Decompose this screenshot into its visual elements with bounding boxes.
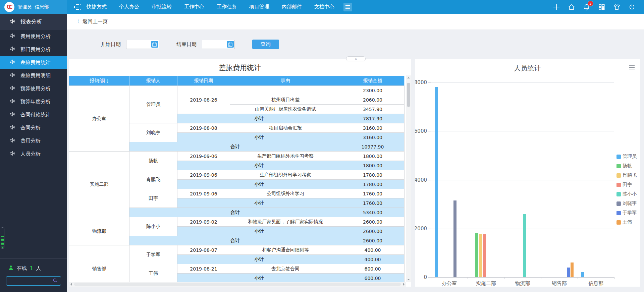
scrollbar-thumb[interactable] <box>74 283 401 286</box>
nav-item-7[interactable]: 文档中心 <box>314 4 334 10</box>
table-cell: 项目启动会汇报 <box>230 123 341 133</box>
sidebar-item-3[interactable]: 差旅费用明细 <box>0 69 67 82</box>
chart-bar <box>571 262 574 277</box>
legend-item[interactable]: 田宇 <box>616 182 637 188</box>
sidebar-search <box>6 276 61 286</box>
table-cell: 山海关船厂厨房洗衣设备调试 <box>230 105 341 114</box>
table-cell: 和客户沟通合同细则等 <box>230 245 341 255</box>
sidebar-item-5[interactable]: 预算年度分析 <box>0 95 67 108</box>
power-icon[interactable] <box>628 3 636 11</box>
table-cell: 2019-09-06 <box>177 152 230 161</box>
legend-item[interactable]: 陈小小 <box>616 191 637 197</box>
brand: CC 管理员 -信息部 <box>0 0 67 14</box>
table-cell: 1800.00 <box>341 161 405 170</box>
filter-collapse-handle[interactable]: ∧ <box>346 56 366 61</box>
sidebar-item-1[interactable]: 部门费用分析 <box>0 43 67 56</box>
nav-item-2[interactable]: 审批流转 <box>152 4 172 10</box>
legend-item[interactable]: 肖鹏飞 <box>616 172 637 178</box>
sidebar-search-input[interactable] <box>9 278 50 284</box>
add-icon[interactable] <box>553 3 560 11</box>
speaker-icon <box>9 18 15 26</box>
search-icon[interactable] <box>52 278 58 285</box>
x-axis-tick <box>578 277 578 279</box>
notifications-bell-icon[interactable]: 5 <box>583 3 590 11</box>
table-row: 实施二部扬帆2019-09-06生产部门组织外地学习考察1800.00 <box>69 152 405 161</box>
sidebar-item-9[interactable]: 人员分析 <box>0 148 67 161</box>
sidebar-group-report-analysis[interactable]: 报表分析 <box>0 14 67 30</box>
chart-title: 人员统计 <box>415 59 640 73</box>
theme-shirt-icon[interactable] <box>613 3 621 11</box>
legend-item[interactable]: 王伟 <box>616 219 637 225</box>
legend-swatch <box>616 192 621 196</box>
column-header: 报销部门 <box>69 76 129 86</box>
table-cell: 2300.00 <box>341 86 405 95</box>
table-horizontal-scrollbar[interactable] <box>69 282 406 287</box>
table-cell: 小计 <box>177 198 341 208</box>
sidebar-item-4[interactable]: 预算使用分析 <box>0 82 67 95</box>
table-vertical-scrollbar[interactable] <box>406 75 411 282</box>
nav-item-0[interactable]: 快捷方式 <box>87 4 107 10</box>
end-date-calendar-button[interactable] <box>226 40 234 49</box>
nav-item-6[interactable]: 内部邮件 <box>282 4 302 10</box>
speaker-icon <box>9 124 15 132</box>
top-nav: 快捷方式个人办公审批流转工作中心工作任务项目管理内部邮件文档中心 <box>87 4 334 10</box>
nav-item-5[interactable]: 项目管理 <box>249 4 269 10</box>
end-date-input[interactable] <box>202 40 226 49</box>
start-date-label: 开始日期 <box>101 41 121 48</box>
nav-item-1[interactable]: 个人办公 <box>119 4 139 10</box>
top-bar: CC 管理员 -信息部 快捷方式个人办公审批流转工作中心工作任务项目管理内部邮件… <box>0 0 644 14</box>
legend-item[interactable]: 刘晓宇 <box>616 200 637 207</box>
sidebar-item-6[interactable]: 合同付款统计 <box>0 108 67 121</box>
scroll-left-arrow-icon[interactable] <box>70 283 72 286</box>
zoom-meter[interactable] <box>1 227 4 249</box>
end-date-label: 结束日期 <box>176 41 197 48</box>
table-cell: 肖鹏飞 <box>129 170 177 189</box>
sidebar-item-8[interactable]: 费用分析 <box>0 134 67 148</box>
table-cell: 5340.00 <box>341 208 405 217</box>
scroll-right-arrow-icon[interactable] <box>403 283 405 286</box>
table-row: 物流部陈小小2019-09-02和物流厂家见面，了解厂家实际情况2600.00 <box>69 217 405 227</box>
app-window: CC 管理员 -信息部 快捷方式个人办公审批流转工作中心工作任务项目管理内部邮件… <box>0 0 644 292</box>
calendar-icon <box>151 41 158 48</box>
gridline <box>431 229 614 229</box>
apps-grid-icon[interactable] <box>598 3 605 11</box>
sidebar: 报表分析 费用使用分析部门费用分析差旅费用统计差旅费用明细预算使用分析预算年度分… <box>0 14 67 292</box>
legend-item[interactable]: 管理员 <box>616 154 637 160</box>
online-count: 1 <box>30 266 33 272</box>
nav-item-4[interactable]: 工作任务 <box>217 4 237 10</box>
table-cell: 400.00 <box>341 245 405 255</box>
legend-swatch <box>616 201 621 206</box>
nav-item-3[interactable]: 工作中心 <box>184 4 204 10</box>
column-header: 报销金额 <box>341 76 405 86</box>
sidebar-item-7[interactable]: 合同分析 <box>0 121 67 134</box>
legend-label: 于学军 <box>623 210 637 216</box>
scrollbar-thumb[interactable] <box>407 83 410 107</box>
table-cell: 物流部 <box>69 217 129 245</box>
table-cell: 合计 <box>129 208 341 217</box>
sidebar-item-0[interactable]: 费用使用分析 <box>0 30 67 43</box>
scroll-down-arrow-icon[interactable] <box>407 279 410 280</box>
scroll-up-arrow-icon[interactable] <box>407 77 410 78</box>
filter-bar: 开始日期 结束日期 查询 <box>67 30 279 59</box>
table-cell: 王伟 <box>129 264 177 283</box>
speaker-icon <box>9 98 15 106</box>
back-link[interactable]: 返回上一页 <box>83 18 108 25</box>
start-date-calendar-button[interactable] <box>150 40 159 49</box>
home-icon[interactable] <box>568 3 575 11</box>
sidebar-item-2[interactable]: 差旅费用统计 <box>0 56 67 69</box>
legend-item[interactable]: 于学军 <box>616 210 637 216</box>
chart-menu-icon[interactable] <box>629 65 635 69</box>
table-cell: 合计 <box>129 142 341 152</box>
table-cell: 1760.00 <box>341 198 405 208</box>
menu-collapse-icon[interactable] <box>73 4 82 10</box>
y-axis-label: 4000 <box>415 177 431 183</box>
speaker-icon <box>9 137 15 145</box>
start-date-input[interactable] <box>126 40 150 49</box>
query-button[interactable]: 查询 <box>252 40 279 49</box>
legend-label: 陈小小 <box>623 191 637 197</box>
table-cell: 小计 <box>177 180 341 189</box>
sidebar-item-label: 合同分析 <box>20 125 41 131</box>
legend-item[interactable]: 扬帆 <box>616 163 637 169</box>
more-menus-button[interactable] <box>343 3 352 11</box>
legend-label: 肖鹏飞 <box>623 172 637 178</box>
